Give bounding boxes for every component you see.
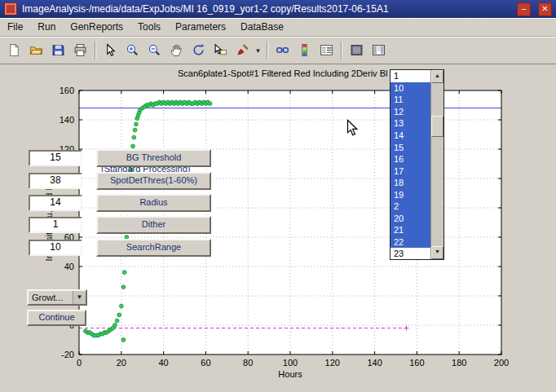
listbox-item-21[interactable]: 21: [391, 224, 431, 236]
svg-text:80: 80: [243, 358, 253, 368]
toolbar-separator: [267, 42, 267, 59]
spot-det-thres-button[interactable]: SpotDetThres(1-60%): [96, 172, 211, 190]
window-minimize-button[interactable]: –: [517, 2, 531, 16]
title-bar: ImageAnalysis-/media/data/ExpJobs/MI 16_…: [0, 0, 556, 18]
growth-mode-dropdown-value: Growt...: [29, 293, 73, 302]
listbox-item-10[interactable]: 10: [391, 82, 431, 95]
bg-threshold-input[interactable]: 15: [29, 150, 82, 166]
menu-run[interactable]: Run: [30, 18, 63, 36]
scrollbar-thumb[interactable]: [431, 116, 443, 137]
listbox-item-17[interactable]: 17: [391, 165, 431, 177]
toolbar-separator: [95, 42, 95, 59]
listbox-item-23[interactable]: 23: [391, 248, 431, 260]
hide-plot-tools-icon[interactable]: [346, 40, 367, 61]
new-document-icon[interactable]: [3, 40, 24, 61]
brush-dropdown-icon[interactable]: ▾: [254, 41, 263, 60]
svg-text:100: 100: [283, 358, 298, 368]
listbox-item-11[interactable]: 11: [391, 94, 431, 106]
listbox-item-18[interactable]: 18: [391, 177, 431, 189]
svg-text:20: 20: [117, 358, 126, 368]
svg-text:60: 60: [201, 358, 210, 368]
listbox-item-20[interactable]: 20: [391, 213, 431, 225]
scroll-down-icon[interactable]: ▼: [431, 246, 443, 259]
spot-det-thres-input[interactable]: 38: [29, 173, 82, 189]
svg-text:-20: -20: [61, 350, 74, 359]
pointer-icon[interactable]: [99, 40, 121, 61]
rotate-3d-icon[interactable]: [188, 40, 209, 61]
link-plots-icon[interactable]: [271, 40, 293, 61]
spot-number-listbox: 110111213141516171819220212223 ▲ ▼: [390, 69, 444, 260]
svg-text:140: 140: [367, 358, 382, 368]
listbox-item-19[interactable]: 19: [391, 188, 431, 200]
toolbar-separator: [341, 42, 342, 59]
menu-bar: FileRunGenReportsToolsParametersDataBase: [0, 18, 556, 37]
radius-input[interactable]: 14: [29, 195, 82, 211]
menu-database[interactable]: DataBase: [233, 18, 291, 36]
continue-button[interactable]: Continue: [27, 310, 86, 326]
menu-parameters[interactable]: Parameters: [168, 18, 233, 36]
listbox-item-2[interactable]: 2: [391, 200, 431, 213]
window-close-button[interactable]: ✕: [538, 2, 552, 16]
bg-threshold-button[interactable]: BG Threshold: [96, 149, 211, 167]
open-folder-icon[interactable]: [25, 40, 46, 61]
listbox-item-14[interactable]: 14: [391, 130, 431, 142]
toolbar: ▾: [0, 37, 556, 64]
application-window: { "window": { "title": "ImageAnalysis-/m…: [0, 0, 556, 392]
menu-genreports[interactable]: GenReports: [63, 18, 130, 36]
pan-icon[interactable]: [165, 40, 187, 61]
mouse-cursor: [346, 119, 358, 140]
growth-mode-dropdown[interactable]: Growt... ▼: [27, 289, 87, 306]
brush-icon[interactable]: [232, 40, 253, 61]
save-icon[interactable]: [47, 40, 68, 61]
app-menu-icon[interactable]: [4, 2, 17, 15]
listbox-item-15[interactable]: 15: [391, 141, 431, 153]
insert-colorbar-icon[interactable]: [293, 40, 315, 61]
search-range-button[interactable]: SearchRange: [96, 239, 211, 257]
insert-legend-icon[interactable]: [316, 40, 337, 61]
chevron-down-icon[interactable]: ▼: [73, 291, 86, 304]
data-cursor-icon[interactable]: [210, 40, 231, 61]
svg-text:160: 160: [409, 358, 424, 368]
listbox-item-12[interactable]: 12: [391, 106, 431, 118]
svg-text:120: 120: [325, 358, 340, 368]
search-range-input[interactable]: 10: [29, 240, 82, 256]
svg-text:180: 180: [452, 358, 466, 368]
svg-text:40: 40: [64, 262, 74, 271]
listbox-item-13[interactable]: 13: [391, 117, 431, 130]
menu-file[interactable]: File: [0, 18, 30, 36]
svg-text:140: 140: [60, 115, 74, 125]
svg-text:200: 200: [494, 358, 509, 368]
svg-text:160: 160: [60, 86, 74, 95]
menu-tools[interactable]: Tools: [130, 18, 168, 36]
svg-text:40: 40: [158, 358, 168, 368]
dither-button[interactable]: Dither: [96, 216, 211, 234]
scroll-up-icon[interactable]: ▲: [431, 70, 443, 83]
listbox-scrollbar[interactable]: ▲ ▼: [430, 70, 443, 259]
zoom-out-icon[interactable]: [143, 40, 165, 61]
listbox-item-1[interactable]: 1: [391, 70, 431, 82]
window-title: ImageAnalysis-/media/data/ExpJobs/MI 16_…: [22, 3, 510, 15]
zoom-in-icon[interactable]: [121, 40, 143, 61]
svg-text:Hours: Hours: [278, 369, 302, 379]
svg-text:0: 0: [77, 358, 82, 368]
svg-text:Scan6plate1-Spot#1 Filtered Re: Scan6plate1-Spot#1 Filtered Red Includin…: [178, 68, 387, 78]
listbox-item-22[interactable]: 22: [391, 236, 431, 249]
print-icon[interactable]: [69, 40, 90, 61]
dither-input[interactable]: 1: [29, 217, 82, 233]
radius-button[interactable]: Radius: [96, 194, 211, 212]
show-plot-tools-icon[interactable]: [368, 40, 389, 61]
listbox-item-16[interactable]: 16: [391, 153, 431, 165]
